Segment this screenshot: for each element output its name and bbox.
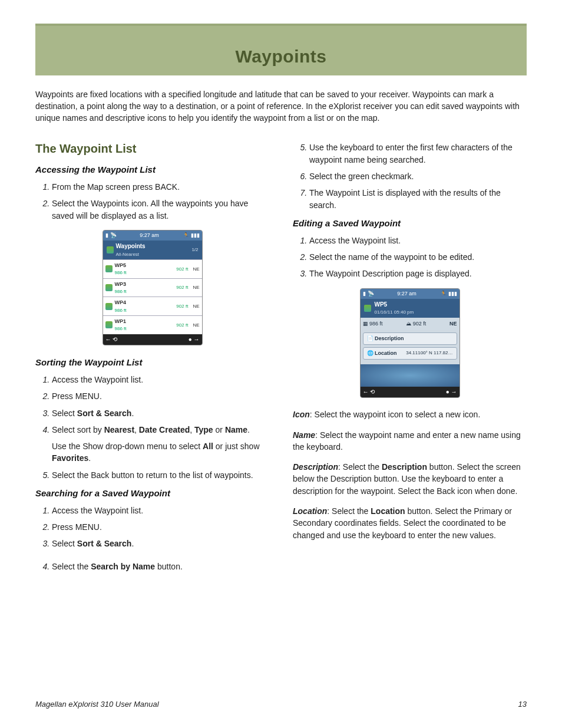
back-arrow-icon: ← ⟲ <box>363 388 375 397</box>
editing-steps: Access the Waypoint list. Select the nam… <box>309 235 527 280</box>
list-item: Select the Search by Name button. <box>52 561 269 572</box>
list-item: The Waypoint Description page is display… <box>309 268 527 279</box>
signal-icon: ▮▮▮ <box>448 290 457 298</box>
flag-icon <box>364 305 371 312</box>
table-row: WP1986 ft902 ftNE <box>103 315 202 334</box>
editing-heading: Editing a Saved Waypoint <box>293 217 527 230</box>
list-item: The Waypoint List is displayed with the … <box>309 187 527 211</box>
sorting-heading: Sorting the Waypoint List <box>35 356 269 369</box>
accessing-steps: From the Map screen press BACK. Select t… <box>52 181 269 222</box>
globe-icon: 🌐 <box>367 350 373 356</box>
page-footer: Magellan eXplorist 310 User Manual 13 <box>35 699 527 710</box>
searching-heading: Searching for a Saved Waypoint <box>35 487 269 500</box>
run-icon: 🏃 <box>440 290 447 298</box>
list-item: Access the Waypoint list. <box>52 374 269 386</box>
table-row: WP5986 ft902 ftNE <box>103 259 202 278</box>
fwd-arrow-icon: ● → <box>189 335 200 344</box>
list-item: Select Sort & Search. <box>52 407 269 419</box>
list-item: Access the Waypoint list. <box>52 505 269 516</box>
elev-icon: ⛰ <box>406 321 411 327</box>
footer-page-number: 13 <box>518 699 527 710</box>
searching-steps-right: Use the keyboard to enter the first few … <box>309 141 527 210</box>
battery-icon: ▮ <box>105 232 108 239</box>
sorting-steps: Access the Waypoint list. Press MENU. Se… <box>52 374 269 481</box>
fwd-arrow-icon: ● → <box>446 388 457 397</box>
table-row: WP3986 ft902 ftNE <box>103 278 202 297</box>
flag-icon <box>105 284 113 291</box>
sat-icon: 📡 <box>110 232 117 239</box>
flag-icon <box>105 303 113 310</box>
list-item: Select sort by Nearest, Date Created, Ty… <box>52 424 269 465</box>
list-item: Select the name of the waypoint to be ed… <box>309 251 527 263</box>
list-item: Press MENU. <box>52 390 269 402</box>
signal-icon: ▮▮▮ <box>191 232 200 239</box>
intro-paragraph: Waypoints are fixed locations with a spe… <box>35 88 527 124</box>
accessing-heading: Accessing the Waypoint List <box>35 163 269 176</box>
back-arrow-icon: ← ⟲ <box>105 335 118 344</box>
list-item: Select Sort & Search. <box>52 538 269 549</box>
chapter-title: Waypoints <box>41 44 521 70</box>
section-heading: The Waypoint List <box>35 140 269 157</box>
list-item: Select the green checkmark. <box>309 170 527 182</box>
list-item: Select the Waypoints icon. All the waypo… <box>52 197 269 222</box>
run-icon: 🏃 <box>183 232 189 239</box>
dist-icon: ▦ <box>363 321 368 327</box>
flag-icon <box>105 321 113 328</box>
screenshot-waypoint-description: ▮📡 9:27 am 🏃▮▮▮ WP5 01/16/11 05:40 pm ▦ … <box>293 288 527 398</box>
field-definitions: Icon: Select the waypoint icon to select… <box>293 409 527 541</box>
footer-manual-name: Magellan eXplorist 310 User Manual <box>35 699 159 710</box>
chapter-title-banner: Waypoints <box>35 24 527 75</box>
flag-icon <box>105 265 113 272</box>
table-row: WP4986 ft902 ftNE <box>103 297 202 315</box>
list-item: From the Map screen press BACK. <box>52 181 269 193</box>
list-item: Select the Back button to return to the … <box>52 469 269 481</box>
right-column: Use the keyboard to enter the first few … <box>293 137 527 578</box>
searching-steps-left: Access the Waypoint list. Press MENU. Se… <box>52 505 269 572</box>
left-column: The Waypoint List Accessing the Waypoint… <box>35 137 269 578</box>
sat-icon: 📡 <box>368 290 374 298</box>
note-icon: 📄 <box>367 335 373 341</box>
battery-icon: ▮ <box>363 290 366 298</box>
flag-icon <box>107 246 114 253</box>
screenshot-waypoint-list: ▮📡 9:27 am 🏃▮▮▮ Waypoints All-Nearest 1/… <box>35 230 269 345</box>
list-item: Access the Waypoint list. <box>309 235 527 246</box>
list-item: Use the keyboard to enter the first few … <box>309 141 527 166</box>
list-item: Press MENU. <box>52 521 269 533</box>
